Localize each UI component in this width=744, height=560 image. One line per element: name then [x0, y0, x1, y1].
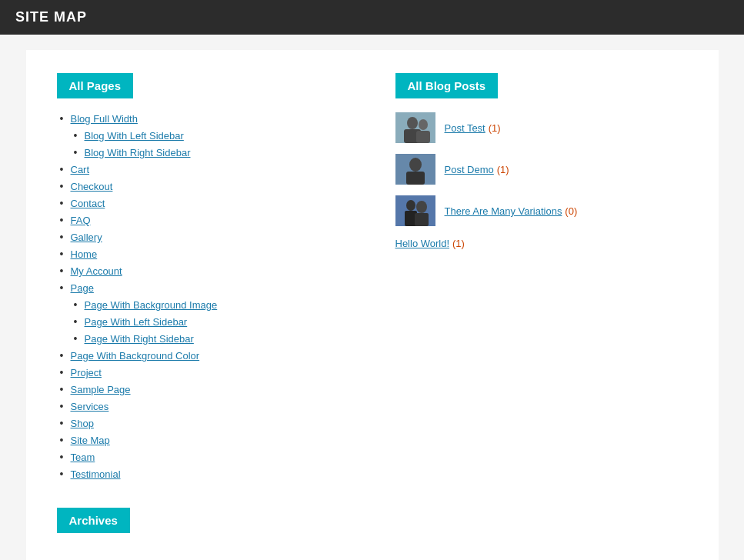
blog-item: There Are Many Variations (0): [395, 195, 688, 226]
comment-count: (1): [489, 122, 501, 134]
list-item: Blog With Right Sidebar: [57, 146, 349, 158]
blog-post-link[interactable]: Post Demo: [445, 164, 494, 175]
blog-posts-list: Post Test (1): [395, 112, 688, 249]
page-link[interactable]: Testimonial: [71, 468, 121, 480]
blog-thumbnail: [395, 112, 435, 143]
list-item: Gallery: [57, 231, 349, 243]
page-link[interactable]: Home: [71, 248, 98, 260]
all-pages-header: All Pages: [57, 73, 134, 98]
blog-post-link[interactable]: Hello World!: [395, 238, 450, 249]
page-link[interactable]: Gallery: [71, 232, 102, 243]
page-link[interactable]: Page With Background Color: [71, 350, 200, 362]
svg-point-6: [409, 158, 422, 172]
list-item: Hello World! (1): [395, 237, 688, 249]
list-item: Team: [57, 451, 349, 463]
svg-rect-4: [416, 131, 430, 143]
blog-post-info: Post Test (1): [445, 122, 501, 134]
main-content: All Pages Blog Full Width Blog With Left…: [0, 35, 744, 560]
page-link[interactable]: Cart: [71, 164, 90, 175]
blog-thumbnail: [395, 195, 435, 226]
two-column-layout: All Pages Blog Full Width Blog With Left…: [57, 73, 688, 533]
list-item: Shop: [57, 417, 349, 429]
list-item: Page With Background Image: [57, 298, 349, 311]
all-blog-posts-header: All Blog Posts: [395, 73, 499, 98]
list-item: Sample Page: [57, 383, 349, 395]
page-link[interactable]: Page: [71, 282, 94, 294]
svg-rect-7: [406, 172, 425, 185]
list-item: Contact: [57, 197, 349, 209]
svg-point-3: [419, 119, 428, 130]
list-item: Home: [57, 248, 349, 260]
list-item: My Account: [57, 265, 349, 277]
page-link[interactable]: Blog Full Width: [71, 113, 138, 125]
blog-item-no-thumb: Hello World! (1): [395, 237, 688, 249]
list-item: Blog Full Width: [57, 112, 349, 125]
svg-point-1: [407, 117, 418, 129]
blog-post-link[interactable]: Post Test: [445, 122, 485, 134]
page-link[interactable]: Sample Page: [71, 384, 131, 395]
list-item: Page With Right Sidebar: [57, 332, 349, 345]
page-link[interactable]: Page With Left Sidebar: [85, 316, 188, 328]
blog-post-link[interactable]: There Are Many Variations: [445, 205, 562, 217]
page-link[interactable]: FAQ: [71, 215, 91, 226]
list-item: Page With Background Color: [57, 349, 349, 362]
all-pages-section: All Pages Blog Full Width Blog With Left…: [57, 73, 349, 533]
comment-count: (0): [565, 205, 577, 217]
svg-point-11: [416, 201, 427, 213]
list-item: Services: [57, 400, 349, 412]
list-item: Page With Left Sidebar: [57, 315, 349, 328]
list-item: There Are Many Variations (0): [395, 195, 688, 226]
page-link[interactable]: Services: [71, 401, 109, 412]
list-item: Testimonial: [57, 468, 349, 480]
blog-thumbnail: [395, 154, 435, 185]
list-item: Post Demo (1): [395, 154, 688, 185]
list-item: FAQ: [57, 214, 349, 226]
blog-item: Post Demo (1): [395, 154, 688, 185]
blog-post-info: Post Demo (1): [445, 163, 509, 175]
page-link[interactable]: Page With Background Image: [85, 299, 218, 311]
page-link[interactable]: Checkout: [71, 181, 113, 192]
page-link[interactable]: Site Map: [71, 435, 110, 446]
page-link[interactable]: My Account: [71, 265, 122, 277]
list-item: Post Test (1): [395, 112, 688, 143]
content-box: All Pages Blog Full Width Blog With Left…: [26, 50, 719, 560]
page-link[interactable]: Contact: [71, 198, 105, 209]
page-link[interactable]: Shop: [71, 418, 94, 429]
list-item: Site Map: [57, 434, 349, 446]
list-item: Cart: [57, 163, 349, 175]
page-link[interactable]: Project: [71, 367, 102, 378]
page-title: SITE MAP: [15, 9, 729, 25]
list-item: Page: [57, 282, 349, 294]
svg-point-9: [406, 200, 415, 211]
page-link[interactable]: Blog With Left Sidebar: [85, 130, 184, 142]
list-item: Checkout: [57, 180, 349, 192]
archives-header: Archives: [57, 508, 130, 533]
blog-post-info: There Are Many Variations (0): [445, 205, 578, 217]
page-header: SITE MAP: [0, 0, 744, 35]
page-link[interactable]: Blog With Right Sidebar: [85, 147, 191, 158]
list-item: Blog With Left Sidebar: [57, 129, 349, 142]
list-item: Project: [57, 366, 349, 378]
page-link[interactable]: Team: [71, 452, 95, 463]
all-blog-posts-section: All Blog Posts: [395, 73, 688, 260]
blog-item: Post Test (1): [395, 112, 688, 143]
pages-list: Blog Full Width Blog With Left Sidebar B…: [57, 112, 349, 480]
page-link[interactable]: Page With Right Sidebar: [85, 333, 194, 345]
comment-count: (1): [452, 238, 465, 249]
svg-rect-12: [415, 213, 429, 226]
comment-count: (1): [497, 164, 509, 175]
